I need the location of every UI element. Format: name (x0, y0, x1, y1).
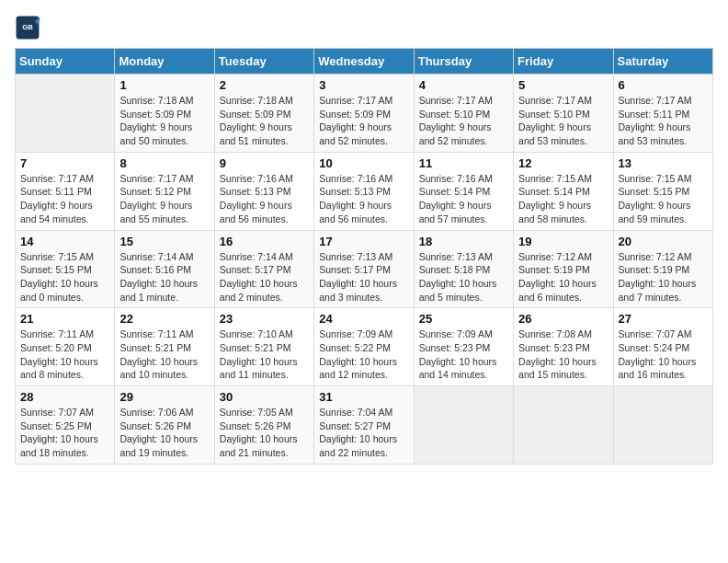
calendar-cell: 6Sunrise: 7:17 AM Sunset: 5:11 PM Daylig… (613, 75, 712, 153)
calendar-cell: 11Sunrise: 7:16 AM Sunset: 5:14 PM Dayli… (414, 152, 513, 230)
day-number: 10 (319, 156, 408, 170)
calendar-cell: 15Sunrise: 7:14 AM Sunset: 5:16 PM Dayli… (115, 230, 214, 308)
calendar-cell: 1Sunrise: 7:18 AM Sunset: 5:09 PM Daylig… (115, 75, 214, 153)
weekday-header: Wednesday (314, 49, 414, 75)
day-number: 21 (20, 312, 109, 326)
weekday-header: Sunday (16, 49, 115, 75)
day-info: Sunrise: 7:14 AM Sunset: 5:17 PM Dayligh… (220, 250, 309, 304)
calendar-cell: 14Sunrise: 7:15 AM Sunset: 5:15 PM Dayli… (16, 230, 115, 308)
day-number: 7 (20, 156, 109, 170)
calendar-cell: 22Sunrise: 7:11 AM Sunset: 5:21 PM Dayli… (115, 308, 214, 386)
day-info: Sunrise: 7:07 AM Sunset: 5:24 PM Dayligh… (619, 327, 708, 382)
calendar-cell: 21Sunrise: 7:11 AM Sunset: 5:20 PM Dayli… (16, 308, 115, 386)
calendar-week-row: 28Sunrise: 7:07 AM Sunset: 5:25 PM Dayli… (16, 386, 713, 465)
day-number: 14 (20, 235, 109, 248)
weekday-header: Thursday (414, 49, 513, 75)
calendar-cell: 9Sunrise: 7:16 AM Sunset: 5:13 PM Daylig… (214, 152, 313, 230)
day-info: Sunrise: 7:16 AM Sunset: 5:14 PM Dayligh… (419, 172, 508, 226)
day-number: 17 (319, 235, 408, 248)
weekday-header: Monday (115, 49, 214, 75)
day-info: Sunrise: 7:17 AM Sunset: 5:09 PM Dayligh… (319, 94, 408, 148)
calendar-cell: 5Sunrise: 7:17 AM Sunset: 5:10 PM Daylig… (514, 75, 613, 153)
day-number: 20 (619, 235, 708, 248)
calendar-cell: 25Sunrise: 7:09 AM Sunset: 5:23 PM Dayli… (414, 308, 513, 386)
day-info: Sunrise: 7:13 AM Sunset: 5:18 PM Dayligh… (419, 250, 508, 304)
calendar-cell: 28Sunrise: 7:07 AM Sunset: 5:25 PM Dayli… (16, 386, 115, 465)
day-number: 11 (419, 156, 508, 170)
calendar-cell: 12Sunrise: 7:15 AM Sunset: 5:14 PM Dayli… (514, 152, 613, 230)
day-info: Sunrise: 7:17 AM Sunset: 5:10 PM Dayligh… (518, 94, 608, 148)
day-number: 26 (518, 312, 608, 326)
calendar-cell (613, 386, 712, 465)
day-number: 9 (220, 156, 309, 170)
calendar-cell: 24Sunrise: 7:09 AM Sunset: 5:22 PM Dayli… (314, 308, 414, 386)
day-info: Sunrise: 7:15 AM Sunset: 5:15 PM Dayligh… (619, 172, 708, 226)
page-header: GB (15, 15, 713, 40)
day-info: Sunrise: 7:18 AM Sunset: 5:09 PM Dayligh… (119, 94, 209, 148)
day-number: 3 (319, 78, 408, 92)
day-info: Sunrise: 7:07 AM Sunset: 5:25 PM Dayligh… (20, 406, 109, 460)
day-number: 2 (220, 78, 309, 92)
header-row: SundayMondayTuesdayWednesdayThursdayFrid… (16, 49, 713, 75)
day-info: Sunrise: 7:09 AM Sunset: 5:23 PM Dayligh… (419, 327, 508, 382)
day-info: Sunrise: 7:15 AM Sunset: 5:15 PM Dayligh… (20, 250, 109, 304)
day-info: Sunrise: 7:11 AM Sunset: 5:20 PM Dayligh… (20, 327, 109, 382)
day-info: Sunrise: 7:12 AM Sunset: 5:19 PM Dayligh… (518, 250, 608, 304)
day-number: 27 (619, 312, 708, 326)
day-info: Sunrise: 7:17 AM Sunset: 5:11 PM Dayligh… (20, 172, 109, 226)
day-info: Sunrise: 7:05 AM Sunset: 5:26 PM Dayligh… (220, 406, 309, 460)
calendar-cell: 10Sunrise: 7:16 AM Sunset: 5:13 PM Dayli… (314, 152, 414, 230)
calendar-cell (414, 386, 513, 465)
day-number: 4 (419, 78, 508, 92)
day-number: 6 (619, 78, 708, 92)
logo-icon: GB (15, 15, 40, 40)
calendar-cell: 31Sunrise: 7:04 AM Sunset: 5:27 PM Dayli… (314, 386, 414, 465)
day-number: 8 (119, 156, 209, 170)
calendar-cell: 26Sunrise: 7:08 AM Sunset: 5:23 PM Dayli… (514, 308, 613, 386)
day-number: 5 (518, 78, 608, 92)
calendar-cell: 19Sunrise: 7:12 AM Sunset: 5:19 PM Dayli… (514, 230, 613, 308)
calendar-cell: 3Sunrise: 7:17 AM Sunset: 5:09 PM Daylig… (314, 75, 414, 153)
day-number: 31 (319, 390, 408, 404)
calendar-cell: 30Sunrise: 7:05 AM Sunset: 5:26 PM Dayli… (214, 386, 313, 465)
day-info: Sunrise: 7:12 AM Sunset: 5:19 PM Dayligh… (619, 250, 708, 304)
day-number: 29 (119, 390, 209, 404)
day-number: 12 (518, 156, 608, 170)
weekday-header: Friday (514, 49, 613, 75)
calendar-cell: 16Sunrise: 7:14 AM Sunset: 5:17 PM Dayli… (214, 230, 313, 308)
weekday-header: Saturday (613, 49, 712, 75)
day-number: 30 (220, 390, 309, 404)
calendar-cell: 2Sunrise: 7:18 AM Sunset: 5:09 PM Daylig… (214, 75, 313, 153)
day-number: 24 (319, 312, 408, 326)
day-info: Sunrise: 7:17 AM Sunset: 5:12 PM Dayligh… (119, 172, 209, 226)
calendar-cell: 4Sunrise: 7:17 AM Sunset: 5:10 PM Daylig… (414, 75, 513, 153)
day-number: 28 (20, 390, 109, 404)
calendar-week-row: 21Sunrise: 7:11 AM Sunset: 5:20 PM Dayli… (16, 308, 713, 386)
day-info: Sunrise: 7:10 AM Sunset: 5:21 PM Dayligh… (220, 327, 309, 382)
calendar-cell (16, 75, 115, 153)
day-number: 15 (119, 235, 209, 248)
day-info: Sunrise: 7:08 AM Sunset: 5:23 PM Dayligh… (518, 327, 608, 382)
day-info: Sunrise: 7:16 AM Sunset: 5:13 PM Dayligh… (220, 172, 309, 226)
calendar-cell (514, 386, 613, 465)
calendar-body: 1Sunrise: 7:18 AM Sunset: 5:09 PM Daylig… (16, 75, 713, 465)
calendar-cell: 20Sunrise: 7:12 AM Sunset: 5:19 PM Dayli… (613, 230, 712, 308)
day-info: Sunrise: 7:04 AM Sunset: 5:27 PM Dayligh… (319, 406, 408, 460)
svg-text:GB: GB (22, 23, 33, 31)
calendar-cell: 18Sunrise: 7:13 AM Sunset: 5:18 PM Dayli… (414, 230, 513, 308)
calendar-week-row: 14Sunrise: 7:15 AM Sunset: 5:15 PM Dayli… (16, 230, 713, 308)
calendar-header: SundayMondayTuesdayWednesdayThursdayFrid… (16, 49, 713, 75)
day-number: 18 (419, 235, 508, 248)
calendar-cell: 8Sunrise: 7:17 AM Sunset: 5:12 PM Daylig… (115, 152, 214, 230)
day-number: 25 (419, 312, 508, 326)
calendar-week-row: 1Sunrise: 7:18 AM Sunset: 5:09 PM Daylig… (16, 75, 713, 153)
day-info: Sunrise: 7:18 AM Sunset: 5:09 PM Dayligh… (220, 94, 309, 148)
day-info: Sunrise: 7:17 AM Sunset: 5:10 PM Dayligh… (419, 94, 508, 148)
day-info: Sunrise: 7:06 AM Sunset: 5:26 PM Dayligh… (119, 406, 209, 460)
calendar-cell: 23Sunrise: 7:10 AM Sunset: 5:21 PM Dayli… (214, 308, 313, 386)
day-number: 16 (220, 235, 309, 248)
day-info: Sunrise: 7:17 AM Sunset: 5:11 PM Dayligh… (619, 94, 708, 148)
day-number: 1 (119, 78, 209, 92)
day-number: 22 (119, 312, 209, 326)
day-number: 13 (619, 156, 708, 170)
